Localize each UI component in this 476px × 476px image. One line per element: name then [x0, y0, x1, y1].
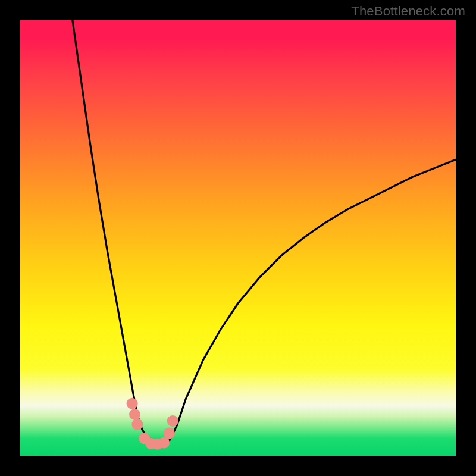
- bottleneck-curve: [73, 20, 456, 445]
- optimum-marker: [129, 409, 140, 420]
- optimum-marker: [164, 427, 175, 439]
- optimum-markers: [127, 398, 178, 450]
- plot-area: [20, 20, 456, 456]
- chart-frame: TheBottleneck.com: [0, 0, 476, 476]
- watermark-label: TheBottleneck.com: [351, 4, 465, 19]
- chart-svg: [20, 20, 456, 456]
- optimum-marker: [131, 419, 143, 430]
- optimum-marker: [158, 437, 170, 449]
- optimum-marker: [167, 415, 178, 427]
- optimum-marker: [127, 398, 138, 409]
- curve-path: [73, 20, 456, 445]
